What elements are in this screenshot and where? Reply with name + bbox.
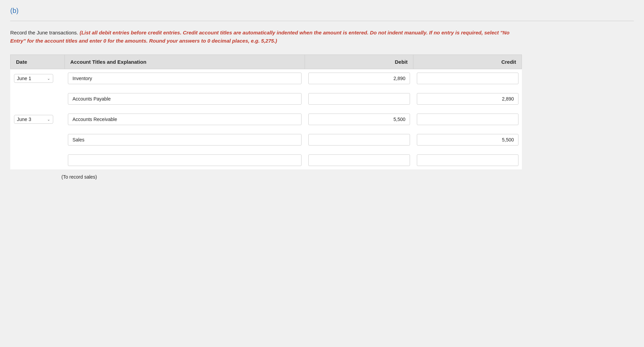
debit-cell-4: [305, 131, 413, 149]
debit-cell-2: [305, 90, 413, 108]
account-input-3[interactable]: [68, 114, 301, 125]
table-row: [11, 151, 522, 169]
debit-input-5[interactable]: [308, 154, 410, 166]
account-cell-2: [64, 90, 305, 108]
credit-cell-3: [413, 110, 522, 129]
header-credit: Credit: [413, 55, 522, 69]
section-label: (b): [10, 7, 634, 15]
date-cell-1: June 1 June 2 June 3 ⌄: [11, 69, 65, 88]
account-cell-5: [64, 151, 305, 169]
date-cell-4: [11, 131, 65, 149]
table-body: June 1 June 2 June 3 ⌄: [11, 69, 522, 170]
credit-cell-2: [413, 90, 522, 108]
debit-cell-1: [305, 69, 413, 88]
journal-table: Date Account Titles and Explanation Debi…: [10, 55, 522, 169]
table-row: June 1 June 2 June 3 ⌄: [11, 69, 522, 88]
divider: [10, 21, 634, 21]
chevron-down-icon: ⌄: [47, 117, 50, 122]
header-date: Date: [11, 55, 65, 69]
credit-cell-1: [413, 69, 522, 88]
date-cell-5: [11, 151, 65, 169]
account-input-1[interactable]: [68, 73, 301, 84]
date-cell-3: June 1 June 2 June 3 ⌄: [11, 110, 65, 129]
table-row: June 1 June 2 June 3 ⌄: [11, 110, 522, 129]
account-input-5[interactable]: [68, 154, 301, 166]
account-input-4[interactable]: [68, 134, 301, 146]
date-cell-2: [11, 90, 65, 108]
account-cell-3: [64, 110, 305, 129]
debit-cell-3: [305, 110, 413, 129]
credit-cell-4: [413, 131, 522, 149]
table-row: [11, 90, 522, 108]
credit-cell-5: [413, 151, 522, 169]
debit-input-2[interactable]: [308, 93, 410, 105]
debit-input-4[interactable]: [308, 134, 410, 146]
date-select-wrapper-1[interactable]: June 1 June 2 June 3 ⌄: [14, 74, 53, 83]
footer-note: (To record sales): [10, 174, 634, 180]
date-select-3[interactable]: June 1 June 2 June 3: [17, 117, 46, 122]
header-account: Account Titles and Explanation: [64, 55, 305, 69]
table-row: [11, 131, 522, 149]
credit-input-3[interactable]: [417, 114, 518, 125]
debit-cell-5: [305, 151, 413, 169]
account-cell-4: [64, 131, 305, 149]
credit-input-4[interactable]: [417, 134, 518, 146]
header-debit: Debit: [305, 55, 413, 69]
debit-input-1[interactable]: [308, 73, 410, 84]
debit-input-3[interactable]: [308, 114, 410, 125]
date-select-1[interactable]: June 1 June 2 June 3: [17, 76, 46, 81]
chevron-down-icon: ⌄: [47, 76, 50, 81]
account-input-2[interactable]: [68, 93, 301, 105]
credit-input-1[interactable]: [417, 73, 518, 84]
instructions-red: (List all debit entries before credit en…: [10, 30, 510, 44]
table-header: Date Account Titles and Explanation Debi…: [11, 55, 522, 69]
instructions: Record the June transactions. (List all …: [10, 29, 522, 45]
account-cell-1: [64, 69, 305, 88]
credit-input-2[interactable]: [417, 93, 518, 105]
date-select-wrapper-3[interactable]: June 1 June 2 June 3 ⌄: [14, 115, 53, 124]
page-wrapper: (b) Record the June transactions. (List …: [0, 0, 644, 347]
instructions-static: Record the June transactions.: [10, 30, 78, 35]
credit-input-5[interactable]: [417, 154, 518, 166]
